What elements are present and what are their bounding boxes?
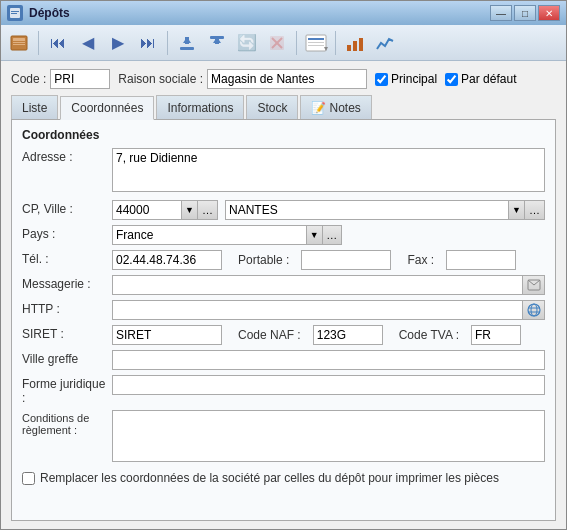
messagerie-label: Messagerie : (22, 275, 112, 291)
svg-point-25 (528, 304, 540, 316)
cp-ellipsis-button[interactable]: … (198, 200, 218, 220)
toolbar-up-button[interactable] (203, 29, 231, 57)
principal-group: Principal (375, 72, 437, 86)
ville-input[interactable] (225, 200, 509, 220)
raison-sociale-group: Raison sociale : (118, 69, 367, 89)
cp-ville-row: CP, Ville : ▼ … ▼ … (22, 200, 545, 220)
pays-input[interactable] (112, 225, 307, 245)
toolbar-first-button[interactable]: ⏮ (44, 29, 72, 57)
toolbar-refresh-button[interactable]: 🔄 (233, 29, 261, 57)
pays-dropdown-button[interactable]: ▼ (307, 225, 323, 245)
tel-label: Tél. : (22, 250, 112, 266)
adresse-label: Adresse : (22, 148, 112, 164)
code-label: Code : (11, 72, 46, 86)
close-button[interactable]: ✕ (538, 5, 560, 21)
adresse-input[interactable]: 7, rue Didienne (112, 148, 545, 192)
svg-rect-9 (185, 37, 189, 44)
tab-notes-label: Notes (329, 101, 360, 115)
svg-rect-1 (11, 11, 19, 12)
adresse-row: Adresse : 7, rue Didienne (22, 148, 545, 195)
svg-rect-21 (347, 45, 351, 51)
replace-checkbox-row: Remplacer les coordonnées de la société … (22, 471, 545, 485)
siret-input[interactable] (112, 325, 222, 345)
svg-rect-6 (13, 44, 25, 45)
svg-rect-22 (353, 41, 357, 51)
ville-greffe-input[interactable] (112, 350, 545, 370)
window-icon (7, 5, 23, 21)
main-window: Dépôts — □ ✕ ⏮ ◀ ▶ ⏭ 🔄 (0, 0, 567, 530)
window-title: Dépôts (29, 6, 70, 20)
par-defaut-label: Par défaut (461, 72, 516, 86)
portable-label: Portable : (238, 253, 289, 267)
tel-row: Tél. : Portable : Fax : (22, 250, 545, 270)
cp-input[interactable] (112, 200, 182, 220)
minimize-button[interactable]: — (490, 5, 512, 21)
tab-stock-label: Stock (257, 101, 287, 115)
conditions-row: Conditions de règlement : (22, 410, 545, 465)
tab-liste-label: Liste (22, 101, 47, 115)
http-icon-button[interactable] (523, 300, 545, 320)
svg-rect-7 (180, 47, 194, 50)
tab-stock[interactable]: Stock (246, 95, 298, 119)
svg-rect-2 (11, 13, 17, 14)
toolbar-prev-button[interactable]: ◀ (74, 29, 102, 57)
svg-rect-23 (359, 38, 363, 51)
raison-sociale-input[interactable] (207, 69, 367, 89)
forme-juridique-input[interactable] (112, 375, 545, 395)
top-fields-row: Code : Raison sociale : Principal Par dé… (11, 69, 556, 89)
conditions-label: Conditions de règlement : (22, 410, 112, 436)
notes-icon: 📝 (311, 101, 326, 115)
toolbar-sep-3 (296, 31, 297, 55)
code-group: Code : (11, 69, 110, 89)
http-input[interactable] (112, 300, 523, 320)
code-tva-input[interactable] (471, 325, 521, 345)
ville-greffe-row: Ville greffe (22, 350, 545, 370)
toolbar-chart2-button[interactable] (371, 29, 399, 57)
toolbar-database-button[interactable] (5, 29, 33, 57)
par-defaut-checkbox[interactable] (445, 73, 458, 86)
svg-rect-4 (13, 38, 25, 41)
replace-checkbox[interactable] (22, 472, 35, 485)
pays-label: Pays : (22, 225, 112, 241)
tel-input[interactable] (112, 250, 222, 270)
messagerie-icon-button[interactable] (523, 275, 545, 295)
maximize-button[interactable]: □ (514, 5, 536, 21)
toolbar-sep-1 (38, 31, 39, 55)
principal-label: Principal (391, 72, 437, 86)
toolbar-list-button[interactable] (302, 29, 330, 57)
messagerie-row: Messagerie : (22, 275, 545, 295)
toolbar-next-button[interactable]: ▶ (104, 29, 132, 57)
fax-input[interactable] (446, 250, 516, 270)
tab-informations-label: Informations (167, 101, 233, 115)
code-naf-label: Code NAF : (238, 328, 301, 342)
raison-sociale-label: Raison sociale : (118, 72, 203, 86)
svg-rect-18 (308, 42, 324, 43)
code-tva-label: Code TVA : (399, 328, 459, 342)
portable-input[interactable] (301, 250, 391, 270)
conditions-textarea[interactable] (112, 410, 545, 462)
tab-coordonnees[interactable]: Coordonnées (60, 96, 154, 120)
code-naf-input[interactable] (313, 325, 383, 345)
cp-dropdown-button[interactable]: ▼ (182, 200, 198, 220)
principal-checkbox[interactable] (375, 73, 388, 86)
svg-rect-17 (308, 38, 324, 40)
ville-dropdown-button[interactable]: ▼ (509, 200, 525, 220)
toolbar-delete-button[interactable] (263, 29, 291, 57)
messagerie-input[interactable] (112, 275, 523, 295)
tab-informations[interactable]: Informations (156, 95, 244, 119)
pays-row: Pays : ▼ … (22, 225, 545, 245)
main-content: Code : Raison sociale : Principal Par dé… (1, 61, 566, 529)
toolbar: ⏮ ◀ ▶ ⏭ 🔄 (1, 25, 566, 61)
toolbar-last-button[interactable]: ⏭ (134, 29, 162, 57)
http-row: HTTP : (22, 300, 545, 320)
code-input[interactable] (50, 69, 110, 89)
fax-label: Fax : (407, 253, 434, 267)
toolbar-chart1-button[interactable] (341, 29, 369, 57)
siret-row: SIRET : Code NAF : Code TVA : (22, 325, 545, 345)
toolbar-down-button[interactable] (173, 29, 201, 57)
pays-ellipsis-button[interactable]: … (323, 225, 343, 245)
ville-ellipsis-button[interactable]: … (525, 200, 545, 220)
tab-notes[interactable]: 📝 Notes (300, 95, 371, 119)
par-defaut-group: Par défaut (445, 72, 516, 86)
tab-liste[interactable]: Liste (11, 95, 58, 119)
